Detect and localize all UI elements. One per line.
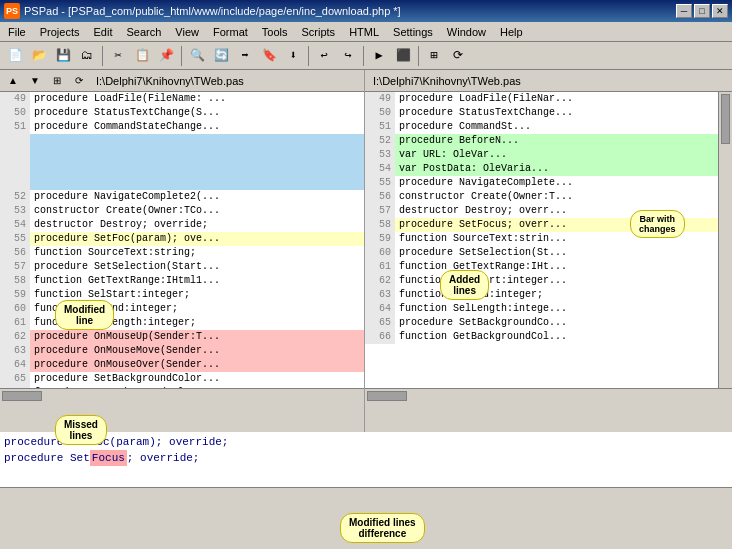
menu-file[interactable]: File (2, 24, 32, 40)
table-row: 49 procedure LoadFile(FileName: ... (0, 92, 364, 106)
cut-button[interactable]: ✂ (107, 45, 129, 67)
left-pane: ▲ ▼ ⊞ ⟳ I:\Delphi7\Knihovny\TWeb.pas 49 … (0, 70, 365, 432)
menu-html[interactable]: HTML (343, 24, 385, 40)
table-row: 50 procedure StatusTextChange(S... (0, 106, 364, 120)
new-button[interactable]: 📄 (4, 45, 26, 67)
table-row: 56 constructor Create(Owner:T... (365, 190, 732, 204)
table-row: 61 function GetTextRange:IHt... (365, 260, 732, 274)
right-scrollbar-thumb[interactable] (721, 94, 730, 144)
right-code-area[interactable]: 49 procedure LoadFile(FileNar... 50 proc… (365, 92, 732, 388)
menu-scripts[interactable]: Scripts (296, 24, 342, 40)
copy-button[interactable]: 📋 (131, 45, 153, 67)
right-scrollbar-v[interactable] (718, 92, 732, 388)
table-row (0, 148, 364, 162)
table-row: 55 procedure SetFoc(param); ove... (0, 232, 364, 246)
table-row: 52 procedure BeforeN... (365, 134, 732, 148)
bookmark-next-button[interactable]: ⬇ (282, 45, 304, 67)
menu-projects[interactable]: Projects (34, 24, 86, 40)
sync-button[interactable]: ⟳ (447, 45, 469, 67)
window-controls: ─ □ ✕ (676, 4, 728, 18)
table-row: 49 procedure LoadFile(FileNar... (365, 92, 732, 106)
left-path-label: I:\Delphi7\Knihovny\TWeb.pas (96, 75, 244, 87)
minimize-button[interactable]: ─ (676, 4, 692, 18)
table-row: 56 function SourceText:string; (0, 246, 364, 260)
table-row: 63 procedure OnMouseMove(Sender... (0, 344, 364, 358)
search-button[interactable]: 🔍 (186, 45, 208, 67)
table-row: 57 procedure SetSelection(Start... (0, 260, 364, 274)
bookmark-button[interactable]: 🔖 (258, 45, 280, 67)
window-title: PSPad - [PSPad_com/public_html/www/inclu… (24, 5, 401, 17)
table-row: 58 function GetTextRange:IHtml1... (0, 274, 364, 288)
table-row: 64 function SelLength:intege... (365, 302, 732, 316)
undo-button[interactable]: ↩ (313, 45, 335, 67)
maximize-button[interactable]: □ (694, 4, 710, 18)
separator-3 (308, 46, 309, 66)
menu-format[interactable]: Format (207, 24, 254, 40)
table-row: 53 constructor Create(Owner:TCo... (0, 204, 364, 218)
table-row: 62 procedure OnMouseUp(Sender:T... (0, 330, 364, 344)
table-row: 55 procedure NavigateComplete... (365, 176, 732, 190)
table-row: 65 procedure SetBackgroundColor... (0, 372, 364, 386)
menu-window[interactable]: Window (441, 24, 492, 40)
left-sync-btn[interactable]: ⟳ (70, 72, 88, 90)
menu-tools[interactable]: Tools (256, 24, 294, 40)
table-row: 52 procedure NavigateComplete2(... (0, 190, 364, 204)
open-button[interactable]: 📂 (28, 45, 50, 67)
table-row: 64 procedure OnMouseOver(Sender... (0, 358, 364, 372)
right-scrollbar-thumb[interactable] (367, 391, 407, 401)
bottom-code-highlight: Focus (90, 450, 127, 466)
toolbar: 📄 📂 💾 🗂 ✂ 📋 📌 🔍 🔄 ➡ 🔖 ⬇ ↩ ↪ ▶ ⬛ ⊞ ⟳ (0, 42, 732, 70)
redo-button[interactable]: ↪ (337, 45, 359, 67)
table-row: 61 function SelLength:integer; (0, 316, 364, 330)
menu-bar: File Projects Edit Search View Format To… (0, 22, 732, 42)
run-button[interactable]: ▶ (368, 45, 390, 67)
menu-settings[interactable]: Settings (387, 24, 439, 40)
menu-help[interactable]: Help (494, 24, 529, 40)
left-scrollbar-thumb[interactable] (2, 391, 42, 401)
save-button[interactable]: 💾 (52, 45, 74, 67)
table-row: 53 var URL: OleVar... (365, 148, 732, 162)
save-all-button[interactable]: 🗂 (76, 45, 98, 67)
table-row: 63 function SelEnd:integer; (365, 288, 732, 302)
separator-1 (102, 46, 103, 66)
annotation-modified-diff: Modified linesdifference (340, 513, 425, 543)
separator-5 (418, 46, 419, 66)
table-row: 59 function SelStart:integer; (0, 288, 364, 302)
stop-button[interactable]: ⬛ (392, 45, 414, 67)
table-row: 51 procedure CommandSt... (365, 120, 732, 134)
left-nav-down[interactable]: ▼ (26, 72, 44, 90)
bottom-line-1: procedure SetFoc(param); override; (4, 434, 728, 450)
bottom-code-line1: procedure SetFoc(param); override; (4, 434, 228, 450)
menu-search[interactable]: Search (120, 24, 167, 40)
table-row: 60 procedure SetSelection(St... (365, 246, 732, 260)
right-scrollbar-h[interactable] (365, 388, 732, 402)
left-nav-up[interactable]: ▲ (4, 72, 22, 90)
table-row (0, 162, 364, 176)
table-row: 58 procedure SetFocus; overr... (365, 218, 732, 232)
diff-button[interactable]: ⊞ (423, 45, 445, 67)
left-code-area[interactable]: 49 procedure LoadFile(FileName: ... 50 p… (0, 92, 364, 388)
table-row: 51 procedure CommandStateChange... (0, 120, 364, 134)
separator-4 (363, 46, 364, 66)
table-row: 60 function SelEnd:integer; (0, 302, 364, 316)
replace-button[interactable]: 🔄 (210, 45, 232, 67)
table-row: 66 function GetBackgroundCol... (365, 330, 732, 344)
diff-split: ▲ ▼ ⊞ ⟳ I:\Delphi7\Knihovny\TWeb.pas 49 … (0, 70, 732, 432)
table-row: 54 destructor Destroy; override; (0, 218, 364, 232)
right-pane: I:\Delphi7\Knihovny\TWeb.pas 49 procedur… (365, 70, 732, 432)
left-scrollbar-h[interactable] (0, 388, 364, 402)
menu-view[interactable]: View (169, 24, 205, 40)
table-row: 65 procedure SetBackgroundCo... (365, 316, 732, 330)
paste-button[interactable]: 📌 (155, 45, 177, 67)
table-row: 62 function SelStart:integer... (365, 274, 732, 288)
menu-edit[interactable]: Edit (87, 24, 118, 40)
main-content: ▲ ▼ ⊞ ⟳ I:\Delphi7\Knihovny\TWeb.pas 49 … (0, 70, 732, 549)
left-pane-header: ▲ ▼ ⊞ ⟳ I:\Delphi7\Knihovny\TWeb.pas (0, 70, 364, 92)
bottom-code-panel: procedure SetFoc(param); override; proce… (0, 432, 732, 488)
right-path-label: I:\Delphi7\Knihovny\TWeb.pas (373, 75, 521, 87)
separator-2 (181, 46, 182, 66)
bottom-code-prefix: procedure Set (4, 450, 90, 466)
left-grid-btn[interactable]: ⊞ (48, 72, 66, 90)
close-button[interactable]: ✕ (712, 4, 728, 18)
goto-button[interactable]: ➡ (234, 45, 256, 67)
